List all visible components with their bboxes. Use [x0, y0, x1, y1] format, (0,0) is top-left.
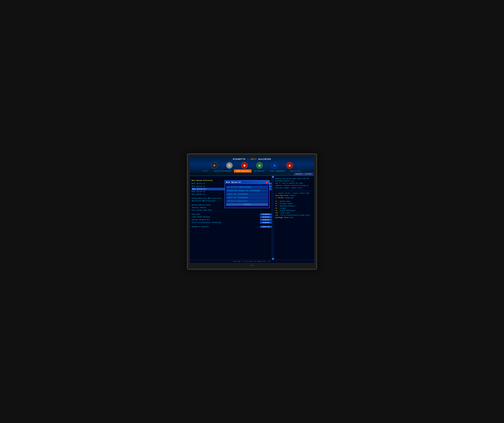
bios-icon-item: ▣: [241, 162, 248, 169]
power-icon: ⏻: [271, 162, 278, 169]
exit-icon-item: ⏏: [287, 162, 293, 169]
boot-option-modal: Boot Option #3 X P2: HL-DT-ST DVDRAM GH2…: [225, 180, 270, 208]
modal-item-disabled[interactable]: Disabled: [226, 203, 268, 206]
keybind-change: +/-/PU/PD: Change Opt.: [275, 197, 312, 199]
execbit-value: Enabled: [260, 219, 272, 221]
peripherals-icon-item: ▤: [256, 162, 263, 169]
scroll-down-button[interactable]: ▼: [272, 258, 274, 260]
modal-header: Boot Option #3 X: [225, 181, 269, 184]
win8-row[interactable]: Windows 8 Features Other OS: [192, 225, 272, 228]
description-block: Specify the overall boot order from the …: [275, 178, 312, 189]
bios-footer: Copyright (C) 2014 American Megatrends, …: [190, 260, 314, 263]
tab-save[interactable]: Save & Exit: [288, 169, 304, 173]
virt-value: Enabled: [260, 222, 272, 224]
virt-row[interactable]: Intel Virtualization Technology Enabled: [192, 221, 272, 224]
logo-row[interactable]: Full Screen LOGO Show: [192, 209, 272, 212]
desc-line-4: (Default: Devices ordered according to: [275, 185, 312, 187]
uefi-text: UEFI: [250, 158, 257, 161]
bios-right-panel: Specify the overall boot order from the …: [274, 176, 314, 260]
fastboot-row[interactable]: Fast Boot Disabled: [192, 213, 272, 216]
modal-item-dvd[interactable]: P2: HL-DT-ST DVDRAM GH24NSD1: [226, 186, 268, 189]
keybind-f9: F9 : System Information: [275, 210, 312, 212]
qflash-button[interactable]: Q-Flash: [304, 173, 313, 175]
divider: [275, 191, 312, 191]
monitor-brand-label: AOC: [189, 264, 315, 267]
fastboot-label: Fast Boot: [192, 213, 260, 215]
tab-power[interactable]: Power Management: [267, 169, 288, 173]
keybind-esc: ESC/Right Click: Exit: [275, 217, 312, 219]
cpuid-row[interactable]: Limit CPUID Maximum Disabled: [192, 216, 272, 218]
keybind-enter: Enter/Dbl Click: Select: [275, 194, 312, 197]
chip-icon: ▣: [241, 162, 248, 169]
modal-item-usb[interactable]: USB Mass Storage Device: [226, 200, 268, 203]
bios-main: Boot Option Priorities Boot Option #1 Wi…: [190, 176, 314, 260]
tab-mit[interactable]: M.I.T.: [200, 169, 211, 173]
fastboot-value: Disabled: [260, 213, 272, 215]
execbit-row[interactable]: Execute Disable Bit Enabled: [192, 218, 272, 221]
speedometer-icon: ⊙: [211, 162, 217, 169]
keybind-f7: F7 : Optimized Defaults: [275, 205, 312, 207]
win8-label: Windows 8 Features: [192, 226, 260, 228]
win8-value: Other OS: [260, 226, 272, 228]
system-icon-item: ⚙: [226, 162, 233, 169]
english-button[interactable]: English: [294, 173, 303, 175]
virt-label: Intel Virtualization Technology: [192, 222, 260, 223]
tab-system[interactable]: System Information: [211, 169, 234, 173]
monitor: GIGABYTE - UEFI DualBIOS ⊙ ⚙ ▣ ▤ ⏻: [187, 153, 317, 270]
copyright-text: Copyright (C) 2014 American Megatrends, …: [233, 261, 271, 262]
modal-title: Boot Option #3: [226, 181, 241, 183]
keybind-f12: F12 : Print Screen(FAT16/32 Format Only): [275, 214, 312, 217]
execbit-label: Execute Disable Bit: [192, 219, 260, 221]
modal-body: P2: HL-DT-ST DVDRAM GH24NSD1 Windows Boo…: [225, 184, 269, 208]
mit-icon-item: ⊙: [211, 162, 217, 169]
dualbios-text: DualBIOS: [257, 158, 271, 161]
keybind-f8: F8 : Q-Flash: [275, 207, 312, 210]
screen: GIGABYTE - UEFI DualBIOS ⊙ ⚙ ▣ ▤ ⏻: [189, 156, 315, 264]
modal-item-ubuntu1[interactable]: ubuntu (P0: ST3320820AS): [226, 193, 268, 196]
power-icon-item: ⏻: [271, 162, 278, 169]
tab-bios[interactable]: BIOS Features: [234, 169, 252, 173]
brand-title: GIGABYTE - UEFI DualBIOS: [190, 157, 314, 161]
nav-icons: ⊙ ⚙ ▣ ▤ ⏻ ⏏: [190, 161, 314, 169]
gear-icon: ⚙: [226, 162, 233, 169]
cpuid-value: Disabled: [260, 216, 272, 218]
scroll-bar: ▲ ▼: [272, 176, 274, 260]
bios-header: GIGABYTE - UEFI DualBIOS ⊙ ⚙ ▣ ▤ ⏻: [190, 156, 314, 176]
exit-icon: ⏏: [287, 162, 293, 169]
modal-item-winboot[interactable]: Windows Boot Manager (P0: ST3320820AS): [226, 189, 268, 192]
keybind-f5: F5 : Previous Values: [275, 203, 312, 205]
desc-line-3: Use +/- keys to modify the order.: [275, 182, 312, 185]
tab-peripherals[interactable]: Peripherals: [252, 169, 267, 173]
folder-icon: ▤: [256, 162, 263, 169]
top-bar-right: English Q-Flash: [190, 173, 314, 175]
cpuid-label: Limit CPUID Maximum: [192, 216, 260, 218]
scroll-up-button[interactable]: ▲: [272, 176, 274, 178]
nav-tabs: M.I.T. System Information BIOS Features …: [190, 169, 314, 173]
keybind-screen: →←: Select Screen ↑↓/Click: Select Item: [275, 192, 312, 194]
modal-close-button[interactable]: X: [266, 181, 268, 184]
keybind-f1: F1 : General Help: [275, 200, 312, 203]
desc-line-5: SATA port number. Lowest first): [275, 187, 312, 189]
desc-line-1: Specify the overall boot order from the: [275, 178, 312, 180]
desc-line-2: available devices list.: [275, 180, 312, 182]
modal-item-ubuntu2[interactable]: ubuntu (P0: ST3320820AS): [226, 196, 268, 199]
logo-label: Full Screen LOGO Show: [192, 209, 272, 211]
brand-text: GIGABYTE -: [233, 158, 250, 161]
keybind-f10: F10 : Save & Exit: [275, 212, 312, 214]
